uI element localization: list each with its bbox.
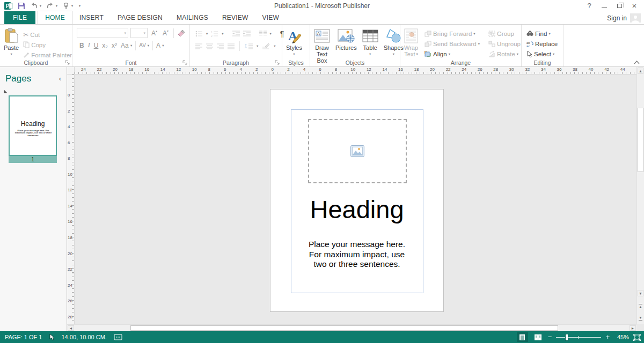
font-size-combo[interactable]: ▾ xyxy=(130,28,148,38)
cursor-coordinates[interactable]: 14.00, 10.00 CM. xyxy=(62,334,107,340)
paragraph-dialog-launcher-icon[interactable] xyxy=(275,60,280,65)
undo-icon[interactable] xyxy=(30,2,38,9)
cut-button[interactable]: ✂ Cut xyxy=(21,29,74,40)
zoom-level[interactable]: 45% xyxy=(614,334,629,340)
ungroup-button[interactable]: Ungroup xyxy=(487,39,522,49)
tab-view[interactable]: VIEW xyxy=(255,11,286,24)
character-spacing-button[interactable]: AV ▾ xyxy=(137,40,151,50)
numbering-icon[interactable]: 12 xyxy=(211,31,218,37)
align-button[interactable]: Align▾ xyxy=(423,49,481,59)
format-painter-button[interactable]: Format Painter xyxy=(21,50,74,60)
customize-qat-icon[interactable]: ▾ xyxy=(79,4,80,8)
group-arrange: Wrap Text▾ Bring Forward▾ Send Backward▾… xyxy=(400,25,522,66)
previous-page-icon[interactable]: ▲ xyxy=(638,303,643,309)
clipboard-dialog-launcher-icon[interactable] xyxy=(65,60,70,65)
justify-icon[interactable] xyxy=(228,43,235,49)
undo-dropdown-icon[interactable]: ▾ xyxy=(40,4,41,8)
sign-in-link[interactable]: Sign in xyxy=(607,14,627,22)
bring-forward-button[interactable]: Bring Forward▾ xyxy=(423,28,481,39)
scroll-right-icon[interactable]: ► xyxy=(630,325,636,331)
zoom-slider[interactable] xyxy=(556,334,601,341)
group-button[interactable]: Group xyxy=(487,28,522,39)
font-dialog-launcher-icon[interactable] xyxy=(182,60,188,65)
font-color-button[interactable]: A ▾ xyxy=(155,40,166,50)
bold-button[interactable]: B xyxy=(78,40,86,50)
columns-icon[interactable] xyxy=(259,31,267,37)
select-button[interactable]: Select▾ xyxy=(525,49,559,59)
tab-file[interactable]: FILE xyxy=(4,11,35,24)
save-icon[interactable] xyxy=(18,2,25,10)
fit-page-button[interactable] xyxy=(633,334,641,341)
horizontal-scrollbar[interactable]: ◄ ► xyxy=(67,324,636,331)
subscript-button[interactable]: x₂ xyxy=(100,40,109,50)
pages-sort-icon[interactable] xyxy=(4,90,8,93)
borders-pen-icon[interactable] xyxy=(262,43,270,49)
rotate-button[interactable]: Rotate▾ xyxy=(487,49,522,59)
pictures-button[interactable]: Pictures xyxy=(333,26,360,52)
superscript-button[interactable]: x² xyxy=(110,40,119,50)
restore-button[interactable] xyxy=(612,0,627,11)
object-size-icon[interactable] xyxy=(114,334,122,340)
minimize-button[interactable] xyxy=(597,0,612,11)
vertical-scrollbar[interactable]: ▲ ▼ ▲ ▼ xyxy=(636,67,644,324)
shapes-dropdown-icon: ▾ xyxy=(393,51,394,57)
page-indicator[interactable]: PAGE: 1 OF 1 xyxy=(5,334,42,340)
line-spacing-icon[interactable] xyxy=(245,43,253,49)
replace-icon: abac xyxy=(526,41,533,47)
single-page-view-button[interactable] xyxy=(517,332,528,342)
svg-text:ac: ac xyxy=(526,44,530,47)
next-page-icon[interactable]: ▼ xyxy=(638,315,643,321)
tab-home[interactable]: HOME xyxy=(38,11,72,25)
wrap-text-button[interactable]: Wrap Text▾ xyxy=(401,26,421,58)
copy-button[interactable]: Copy xyxy=(21,40,74,50)
increase-indent-icon[interactable] xyxy=(243,31,251,37)
publication-canvas[interactable]: Heading Place your message here. For max… xyxy=(75,74,636,324)
scroll-up-icon[interactable]: ▲ xyxy=(638,68,643,74)
styles-button[interactable]: A Styles ▾ xyxy=(283,26,305,58)
scroll-left-icon[interactable]: ◄ xyxy=(68,325,74,331)
avatar-icon[interactable] xyxy=(630,13,641,23)
zoom-slider-thumb[interactable] xyxy=(565,334,568,341)
document-heading-textbox[interactable]: Heading xyxy=(270,195,443,224)
picture-placeholder[interactable] xyxy=(308,119,407,183)
pages-panel-collapse-icon[interactable]: ‹ xyxy=(59,74,61,83)
paste-button[interactable]: Paste ▾ xyxy=(1,26,21,58)
clear-formatting-icon[interactable] xyxy=(177,29,185,36)
help-button[interactable]: ? xyxy=(582,0,597,11)
touch-mode-dropdown-icon[interactable]: ▾ xyxy=(71,4,73,8)
tab-page-design[interactable]: PAGE DESIGN xyxy=(111,11,170,24)
italic-button[interactable]: I xyxy=(86,40,92,50)
zoom-in-button[interactable]: + xyxy=(605,334,610,340)
collapse-ribbon-icon[interactable] xyxy=(634,61,640,64)
touch-mode-icon[interactable] xyxy=(62,2,70,10)
page-thumbnail[interactable]: Heading Place your message here. For max… xyxy=(9,95,57,156)
replace-button[interactable]: abac Replace xyxy=(525,39,559,49)
decrease-indent-icon[interactable] xyxy=(232,31,240,37)
send-backward-button[interactable]: Send Backward▾ xyxy=(423,39,481,49)
publication-page[interactable]: Heading Place your message here. For max… xyxy=(270,89,444,312)
zoom-out-button[interactable]: − xyxy=(548,334,552,340)
tab-insert[interactable]: INSERT xyxy=(72,11,111,24)
horizontal-scrollbar-thumb[interactable] xyxy=(130,325,558,331)
align-right-icon[interactable] xyxy=(217,43,224,49)
underline-button[interactable]: U xyxy=(92,40,100,50)
scroll-down-icon[interactable]: ▼ xyxy=(638,290,643,296)
align-center-icon[interactable] xyxy=(206,43,213,49)
font-name-combo[interactable]: ▾ xyxy=(77,28,128,38)
redo-dropdown-icon[interactable]: ▾ xyxy=(56,4,57,8)
two-page-spread-button[interactable] xyxy=(532,332,544,342)
find-button[interactable]: Find▾ xyxy=(525,28,559,39)
tab-review[interactable]: REVIEW xyxy=(215,11,255,24)
shrink-font-button[interactable]: A▾ xyxy=(161,28,170,38)
align-left-icon[interactable] xyxy=(195,43,202,49)
close-button[interactable]: × xyxy=(627,0,642,11)
table-button[interactable]: Table ▾ xyxy=(360,26,381,58)
document-body-textbox[interactable]: Place your message here. For maximum imp… xyxy=(270,240,443,270)
vertical-scrollbar-thumb[interactable] xyxy=(638,108,643,172)
grow-font-button[interactable]: A▴ xyxy=(150,28,159,38)
redo-icon[interactable] xyxy=(46,2,54,9)
change-case-button[interactable]: Aa ▾ xyxy=(119,40,134,50)
tab-mailings[interactable]: MAILINGS xyxy=(170,11,215,24)
publisher-app-icon[interactable]: P xyxy=(4,2,13,10)
bullets-icon[interactable] xyxy=(195,31,203,37)
